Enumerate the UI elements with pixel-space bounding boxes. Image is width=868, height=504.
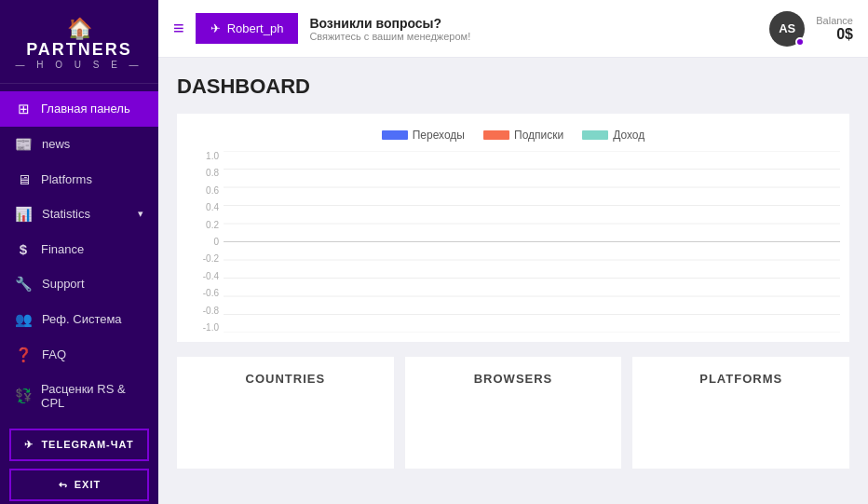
chevron-down-icon: ▾ [138, 208, 143, 220]
legend-transitions: Переходы [382, 129, 465, 142]
logo-sub: — H O U S E — [15, 60, 143, 70]
statistics-icon: 📊 [15, 206, 33, 223]
dashboard-body: DASHBOARD Переходы Подписки Доход [158, 58, 868, 504]
header-message-sub: Свяжитесь с вашим менеджером! [309, 31, 758, 42]
chart-y-labels: 1.0 0.8 0.6 0.4 0.2 0 -0.2 -0.4 -0.6 -0.… [186, 151, 224, 333]
chart-card: Переходы Подписки Доход 1.0 0.8 0.6 0.4 [177, 114, 849, 342]
stat-card-browsers-title: BROWSERS [420, 372, 607, 386]
y-label-3: 0.6 [186, 185, 224, 196]
sidebar-item-label: Главная панель [41, 102, 130, 116]
dashboard-icon: ⊞ [15, 101, 32, 117]
sidebar-item-dashboard[interactable]: ⊞ Главная панель [0, 91, 158, 127]
y-label-10: -0.8 [186, 306, 224, 316]
stat-card-platforms-title: PLATFORMS [647, 372, 834, 386]
nav-menu: ⊞ Главная панель 📰 news 🖥 Platforms 📊 St… [0, 84, 158, 419]
sidebar-item-support[interactable]: 🔧 Support [0, 266, 158, 302]
legend-subscriptions-label: Подписки [514, 129, 563, 142]
support-icon: 🔧 [15, 276, 33, 293]
y-label-9: -0.6 [186, 288, 224, 298]
telegram-chat-button[interactable]: ✈ TELEGRAM-ЧАТ [9, 429, 149, 461]
sidebar-item-label: FAQ [42, 347, 66, 361]
sidebar-item-rates[interactable]: 💱 Расценки RS & CPL [0, 373, 158, 419]
header-message-title: Возникли вопросы? [309, 16, 758, 31]
y-label-8: -0.4 [186, 271, 224, 281]
y-label-2: 0.8 [186, 168, 224, 178]
balance-value: 0$ [816, 26, 853, 43]
legend-income-color [582, 130, 608, 140]
y-label-6: 0 [186, 237, 224, 247]
telegram-icon: ✈ [24, 439, 34, 451]
sidebar-footer: ✈ TELEGRAM-ЧАТ ↪ EXIT [0, 419, 158, 504]
y-label-4: 0.4 [186, 202, 224, 212]
sidebar-item-ref-system[interactable]: 👥 Реф. Система [0, 302, 158, 337]
sidebar-item-label: news [42, 137, 70, 151]
stat-card-browsers: BROWSERS [405, 357, 622, 469]
exit-icon: ↪ [58, 479, 67, 491]
sidebar-item-label: Support [42, 277, 85, 291]
avatar-status-dot [795, 37, 805, 47]
stat-card-platforms: PLATFORMS [632, 357, 849, 469]
sidebar-item-label: Расценки RS & CPL [41, 382, 143, 410]
platforms-icon: 🖥 [15, 171, 32, 187]
sidebar-item-finance[interactable]: $ Finance [0, 232, 158, 266]
faq-icon: ❓ [15, 347, 33, 363]
page-title: DASHBOARD [177, 75, 849, 99]
main-content: ≡ ✈ Robert_ph Возникли вопросы? Свяжитес… [158, 0, 868, 504]
ref-system-icon: 👥 [15, 311, 33, 328]
legend-income-label: Доход [613, 129, 644, 142]
news-icon: 📰 [15, 136, 33, 153]
header-telegram-icon: ✈ [210, 21, 221, 35]
chart-svg [224, 151, 840, 333]
sidebar-item-label: Platforms [41, 172, 92, 186]
stats-row: COUNTRIES BROWSERS PLATFORMS [177, 357, 849, 469]
stat-card-countries: COUNTRIES [177, 357, 394, 469]
finance-icon: $ [15, 241, 32, 257]
exit-button[interactable]: ↪ EXIT [9, 469, 149, 501]
sidebar-item-news[interactable]: 📰 news [0, 127, 158, 162]
header-telegram-label: Robert_ph [227, 21, 284, 35]
legend-subscriptions-color [483, 130, 509, 140]
header-telegram-button[interactable]: ✈ Robert_ph [196, 13, 299, 44]
sidebar-item-label: Реф. Система [42, 312, 122, 326]
hamburger-icon[interactable]: ≡ [173, 18, 184, 39]
chart-grid [224, 151, 840, 333]
y-label-5: 0.2 [186, 220, 224, 230]
y-label-11: -1.0 [186, 322, 224, 333]
header-message: Возникли вопросы? Свяжитесь с вашим мене… [309, 16, 758, 42]
header-right: AS Balance 0$ [769, 11, 853, 47]
rates-icon: 💱 [15, 388, 32, 404]
chart-area: 1.0 0.8 0.6 0.4 0.2 0 -0.2 -0.4 -0.6 -0.… [186, 151, 840, 333]
balance-label: Balance [816, 15, 853, 26]
chart-legend: Переходы Подписки Доход [186, 129, 840, 142]
balance-area: Balance 0$ [816, 15, 853, 43]
exit-label: EXIT [75, 479, 101, 490]
sidebar-item-faq[interactable]: ❓ FAQ [0, 337, 158, 373]
y-label-1: 1.0 [186, 151, 224, 161]
avatar-text: AS [779, 21, 795, 35]
sidebar-item-label: Statistics [42, 207, 90, 221]
header: ≡ ✈ Robert_ph Возникли вопросы? Свяжитес… [158, 0, 868, 58]
logo-icon: 🏠 [15, 17, 143, 41]
legend-transitions-color [382, 130, 408, 140]
telegram-chat-label: TELEGRAM-ЧАТ [41, 439, 133, 450]
sidebar-item-label: Finance [41, 242, 84, 256]
legend-transitions-label: Переходы [413, 129, 465, 142]
sidebar-item-statistics[interactable]: 📊 Statistics ▾ [0, 197, 158, 232]
logo-area: 🏠 PARTNERS — H O U S E — [0, 0, 158, 84]
legend-income: Доход [582, 129, 644, 142]
avatar[interactable]: AS [769, 11, 805, 47]
sidebar: 🏠 PARTNERS — H O U S E — ⊞ Главная панел… [0, 0, 158, 504]
logo-name: PARTNERS [15, 41, 143, 60]
legend-subscriptions: Подписки [483, 129, 563, 142]
sidebar-item-platforms[interactable]: 🖥 Platforms [0, 162, 158, 197]
y-label-7: -0.2 [186, 253, 224, 264]
stat-card-countries-title: COUNTRIES [192, 372, 379, 386]
